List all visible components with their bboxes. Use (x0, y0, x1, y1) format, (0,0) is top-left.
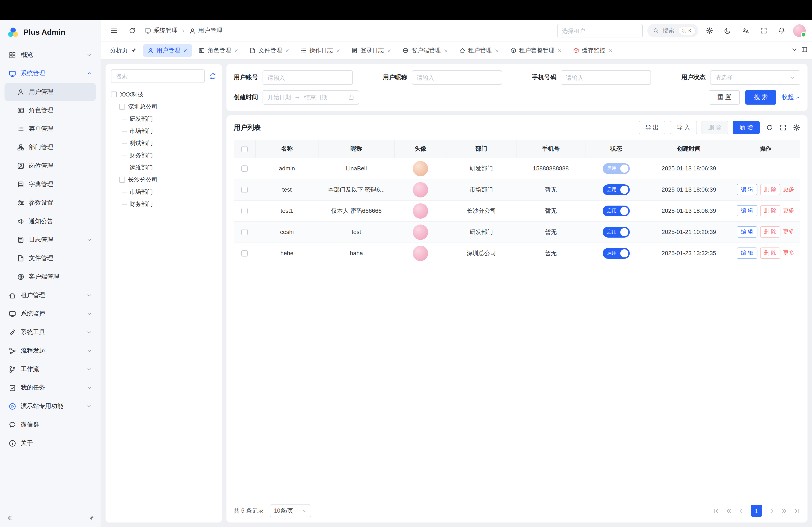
tab-role-management[interactable]: 角色管理 (194, 44, 243, 57)
collapse-filters-link[interactable]: 收起 (782, 93, 800, 102)
prev-page-icon[interactable] (738, 507, 745, 514)
reset-button[interactable]: 重 置 (709, 90, 740, 105)
phone-input[interactable] (561, 70, 651, 85)
tenant-select-input[interactable] (557, 24, 643, 37)
sidebar-item-post-management[interactable]: 岗位管理 (4, 157, 96, 175)
sidebar-item-system-monitor[interactable]: 系统监控 (4, 305, 96, 323)
first-page-icon[interactable] (713, 507, 720, 514)
account-input[interactable] (263, 70, 353, 85)
tabs-dropdown-button[interactable] (791, 46, 798, 55)
sidebar-collapse-icon[interactable] (6, 515, 13, 521)
settings-button[interactable] (703, 24, 716, 37)
prev-5-pages-icon[interactable] (725, 507, 732, 514)
breadcrumb-item-system[interactable]: 系统管理 (144, 27, 178, 35)
tab-client-management[interactable]: 客户端管理 (398, 44, 453, 57)
sidebar-item-overview[interactable]: 概览 (4, 46, 96, 64)
close-icon[interactable] (608, 48, 613, 53)
language-button[interactable] (739, 24, 752, 37)
sidebar-item-file-management[interactable]: 文件管理 (4, 249, 96, 267)
sidebar-item-system-tools[interactable]: 系统工具 (4, 323, 96, 341)
status-select[interactable]: 请选择 (710, 70, 800, 85)
dark-mode-button[interactable] (721, 24, 735, 37)
more-button[interactable]: 更多 (783, 228, 794, 236)
sidebar-item-tenant-management[interactable]: 租户管理 (4, 286, 96, 304)
tab-cache-monitor[interactable]: 缓存监控 (568, 44, 618, 57)
row-delete-button[interactable]: 删 除 (760, 205, 780, 216)
close-icon[interactable] (285, 48, 290, 53)
tab-analysis[interactable]: 分析页 (105, 44, 141, 57)
row-checkbox[interactable] (241, 229, 248, 236)
edit-button[interactable]: 编 辑 (737, 184, 757, 195)
row-checkbox[interactable] (241, 208, 248, 214)
status-toggle[interactable]: 启用 (603, 163, 630, 174)
sidebar-item-notice[interactable]: 通知公告 (4, 212, 96, 230)
more-button[interactable]: 更多 (783, 186, 794, 193)
sidebar-item-workflow[interactable]: 工作流 (4, 360, 96, 378)
table-settings-icon[interactable] (793, 124, 800, 131)
tree-node-dept[interactable]: 市场部门 (122, 125, 217, 137)
refresh-page-button[interactable] (126, 24, 139, 37)
more-button[interactable]: 更多 (783, 207, 794, 215)
tree-node-dept[interactable]: 研发部门 (122, 113, 217, 125)
add-button[interactable]: 新 增 (733, 121, 760, 134)
edit-button[interactable]: 编 辑 (737, 247, 757, 259)
sidebar-item-system-management[interactable]: 系统管理 (4, 64, 96, 82)
tab-user-management[interactable]: 用户管理 (143, 44, 192, 57)
edit-button[interactable]: 编 辑 (737, 226, 757, 238)
last-page-icon[interactable] (794, 507, 800, 514)
sidebar-item-user-management[interactable]: 用户管理 (4, 83, 96, 101)
close-icon[interactable] (387, 48, 392, 53)
row-checkbox[interactable] (241, 166, 248, 172)
global-search-button[interactable]: 搜索 ⌘ K (647, 24, 698, 37)
tab-tenant-package-management[interactable]: 租户套餐管理 (506, 44, 567, 57)
tree-node-dept[interactable]: 财务部门 (122, 198, 217, 210)
row-delete-button[interactable]: 删 除 (760, 184, 780, 195)
brand[interactable]: Plus Admin (0, 20, 101, 45)
collapse-box-icon[interactable] (111, 91, 117, 97)
nickname-input[interactable] (412, 70, 502, 85)
sidebar-item-my-tasks[interactable]: 我的任务 (4, 379, 96, 397)
row-delete-button[interactable]: 删 除 (760, 226, 780, 238)
tab-file-management[interactable]: 文件管理 (245, 44, 294, 57)
collapse-box-icon[interactable] (119, 177, 125, 183)
sidebar-item-menu-management[interactable]: 菜单管理 (4, 120, 96, 138)
tree-node-dept[interactable]: 测试部门 (122, 137, 217, 149)
dept-refresh-icon[interactable] (209, 73, 217, 80)
edit-button[interactable]: 编 辑 (737, 205, 757, 216)
sidebar-item-param-settings[interactable]: 参数设置 (4, 194, 96, 212)
status-toggle[interactable]: 启用 (603, 227, 630, 237)
notifications-button[interactable] (775, 24, 788, 37)
sidebar-item-dict-management[interactable]: 字典管理 (4, 175, 96, 193)
tab-operation-log[interactable]: 操作日志 (296, 44, 345, 57)
sidebar-item-about[interactable]: 关于 (4, 434, 96, 452)
search-button[interactable]: 搜 索 (745, 90, 777, 105)
delete-button[interactable]: 删 除 (701, 121, 728, 134)
sidebar-item-log-management[interactable]: 日志管理 (4, 231, 96, 249)
row-checkbox[interactable] (241, 187, 248, 193)
tree-node-root[interactable]: XXX科技 (111, 88, 217, 101)
hamburger-menu-button[interactable] (107, 24, 121, 37)
fullscreen-button[interactable] (757, 24, 770, 37)
close-icon[interactable] (494, 48, 499, 53)
next-page-icon[interactable] (768, 507, 775, 514)
status-toggle[interactable]: 启用 (603, 248, 630, 258)
sidebar-item-wechat-group[interactable]: 微信群 (4, 416, 96, 434)
user-avatar[interactable] (793, 24, 806, 37)
sidebar-pin-icon[interactable] (88, 515, 94, 521)
close-icon[interactable] (234, 48, 238, 53)
tree-node-branch[interactable]: 长沙分公司 (119, 174, 217, 186)
table-refresh-icon[interactable] (766, 124, 773, 131)
status-toggle[interactable]: 启用 (603, 205, 630, 216)
table-fullscreen-icon[interactable] (780, 124, 787, 131)
sidebar-item-dept-management[interactable]: 部门管理 (4, 138, 96, 156)
status-toggle[interactable]: 启用 (603, 184, 630, 195)
close-icon[interactable] (183, 48, 188, 53)
next-5-pages-icon[interactable] (781, 507, 788, 514)
sidebar-item-client-management[interactable]: 客户端管理 (4, 268, 96, 286)
import-button[interactable]: 导 入 (670, 121, 697, 134)
pin-icon[interactable] (130, 47, 137, 54)
tab-tenant-management[interactable]: 租户管理 (455, 44, 504, 57)
sidebar-item-role-management[interactable]: 角色管理 (4, 102, 96, 119)
tree-node-dept[interactable]: 财务部门 (122, 149, 217, 161)
breadcrumb-item-users[interactable]: 用户管理 (189, 27, 222, 35)
